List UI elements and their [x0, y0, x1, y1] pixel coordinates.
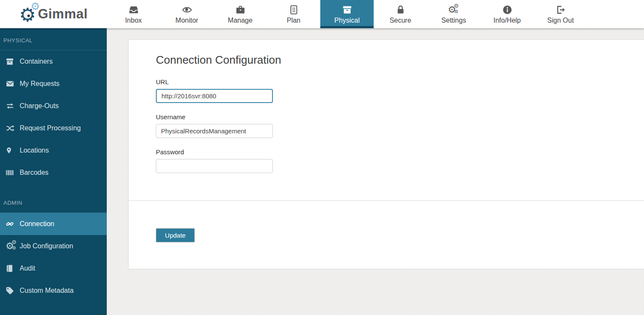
top-navbar: ⚙ ⚙ Gimmal Inbox Monitor Manage [0, 0, 644, 28]
tab-manage[interactable]: Manage [214, 0, 267, 28]
sidebar-item-locations[interactable]: Locations [0, 139, 107, 162]
nav-tabs: Inbox Monitor Manage Plan Physical [107, 0, 587, 28]
sidebar-item-label: Locations [20, 147, 49, 154]
inbox-icon [128, 4, 139, 16]
sidebar-section-physical: PHYSICAL [0, 28, 107, 50]
url-label: URL [156, 78, 644, 85]
document-icon [289, 4, 299, 16]
sidebar-item-custom-metadata[interactable]: Custom Metadata [0, 280, 107, 302]
tab-info-help[interactable]: Info/Help [480, 0, 534, 28]
tab-label: Monitor [176, 17, 198, 24]
tab-label: Info/Help [493, 17, 521, 24]
main-content: Connection Configuration URL Username Pa… [107, 28, 644, 315]
sidebar-item-label: Request Processing [20, 124, 81, 132]
gears-icon: ⚙⚙⚙ [6, 241, 16, 252]
password-input[interactable] [156, 159, 273, 173]
sidebar-item-my-requests[interactable]: My Requests [0, 73, 107, 95]
username-field-group: Username [156, 113, 644, 138]
tab-label: Secure [389, 17, 411, 24]
map-marker-icon [6, 146, 16, 155]
sign-out-icon [555, 4, 566, 16]
brand-name: Gimmal [38, 6, 88, 22]
briefcase-icon [235, 4, 246, 16]
tab-settings[interactable]: ⚙⚙⚙ Settings [427, 0, 480, 28]
sidebar-item-label: Job Configuration [20, 242, 73, 250]
sidebar-item-barcodes[interactable]: Barcodes [0, 162, 107, 184]
lock-icon [395, 4, 406, 16]
username-input[interactable] [156, 124, 273, 138]
tab-label: Plan [287, 17, 300, 24]
tab-label: Physical [334, 17, 360, 24]
gimmal-logo[interactable]: ⚙ ⚙ Gimmal [0, 0, 107, 28]
sidebar-item-label: Audit [20, 265, 35, 272]
exchange-arrows-icon [6, 102, 16, 110]
sidebar-item-label: Custom Metadata [20, 287, 73, 294]
archive-box-icon [6, 57, 16, 66]
tab-label: Sign Out [547, 17, 574, 24]
tab-monitor[interactable]: Monitor [160, 0, 214, 28]
archive-box-icon [342, 4, 353, 16]
username-label: Username [156, 113, 644, 121]
sidebar-item-label: Barcodes [20, 169, 49, 177]
sidebar-item-label: Charge-Outs [20, 102, 59, 110]
info-circle-icon [502, 4, 512, 16]
gimmal-gear-icon: ⚙ ⚙ [19, 2, 40, 26]
sidebar-item-containers[interactable]: Containers [0, 50, 107, 73]
tab-inbox[interactable]: Inbox [107, 0, 160, 28]
sidebar: PHYSICAL Containers My Requests Charge-O… [0, 28, 107, 315]
sidebar-item-label: Containers [20, 58, 53, 65]
sidebar-item-request-processing[interactable]: Request Processing [0, 117, 107, 139]
shuffle-icon [6, 124, 16, 132]
password-label: Password [156, 148, 644, 156]
barcode-icon [6, 168, 16, 177]
page-title: Connection Configuration [156, 53, 644, 67]
tab-secure[interactable]: Secure [374, 0, 427, 28]
panel-footer: Update [129, 201, 644, 269]
panel-body: Connection Configuration URL Username Pa… [129, 40, 644, 201]
password-field-group: Password [156, 148, 644, 173]
eye-icon [181, 4, 193, 16]
envelope-icon [6, 79, 16, 88]
tag-icon [6, 286, 16, 295]
sidebar-section-admin: ADMIN [0, 191, 107, 213]
tab-label: Inbox [125, 17, 142, 24]
sidebar-item-label: Connection [20, 220, 54, 228]
url-input[interactable] [156, 89, 273, 103]
sidebar-item-audit[interactable]: Audit [0, 257, 107, 280]
sidebar-item-label: My Requests [20, 80, 59, 88]
tab-sign-out[interactable]: Sign Out [534, 0, 587, 28]
tab-plan[interactable]: Plan [267, 0, 320, 28]
connection-configuration-panel: Connection Configuration URL Username Pa… [128, 39, 644, 269]
url-field-group: URL [156, 78, 644, 103]
tab-label: Manage [228, 17, 253, 24]
gears-icon: ⚙⚙⚙ [448, 4, 460, 16]
sidebar-item-job-configuration[interactable]: ⚙⚙⚙ Job Configuration [0, 235, 107, 257]
sidebar-item-connection[interactable]: Connection [0, 213, 107, 235]
tab-physical[interactable]: Physical [320, 0, 374, 28]
book-icon [6, 264, 16, 273]
sidebar-item-charge-outs[interactable]: Charge-Outs [0, 95, 107, 117]
link-icon [6, 220, 16, 228]
tab-label: Settings [442, 17, 466, 24]
update-button[interactable]: Update [156, 228, 195, 242]
